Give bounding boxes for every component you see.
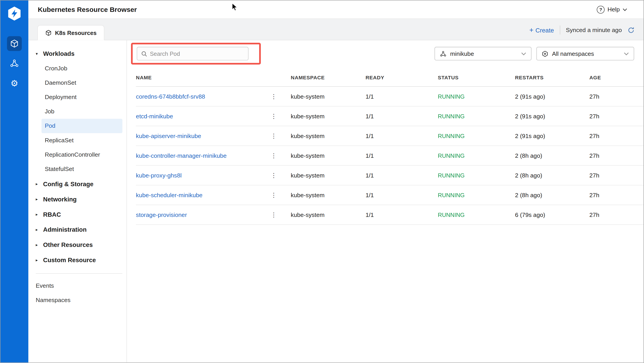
pod-name-link[interactable]: kube-controller-manager-minikube xyxy=(136,152,226,159)
annotation-highlight xyxy=(131,43,261,65)
nav-item-daemonset[interactable]: DaemonSet xyxy=(42,76,122,90)
triangle-right-icon: ▸ xyxy=(36,182,40,186)
nav-item-job[interactable]: Job xyxy=(42,104,122,119)
pod-name-link[interactable]: storage-provisioner xyxy=(136,212,187,218)
name-cell: kube-scheduler-minikube ⋮ xyxy=(136,191,291,199)
kebab-menu-icon[interactable]: ⋮ xyxy=(268,211,280,219)
plus-icon: + xyxy=(529,27,534,33)
pod-name-link[interactable]: etcd-minikube xyxy=(136,113,173,119)
restarts-cell: 2 (91s ago) xyxy=(515,113,589,119)
age-cell: 27h xyxy=(589,192,644,198)
status-cell: RUNNING xyxy=(438,152,515,159)
restarts-cell: 2 (8h ago) xyxy=(515,172,589,179)
help-icon: ? xyxy=(597,6,604,14)
nav-item-events[interactable]: Events xyxy=(28,279,126,293)
toolbar: minikube All namespaces xyxy=(136,43,644,65)
age-cell: 27h xyxy=(589,212,644,218)
triangle-right-icon: ▸ xyxy=(36,197,40,201)
name-cell: coredns-674b8bbfcf-srv88 ⋮ xyxy=(136,93,291,100)
nav-section-workloads[interactable]: ▾Workloads xyxy=(28,46,126,61)
namespace-cell: kube-system xyxy=(291,192,366,198)
name-cell: kube-controller-manager-minikube ⋮ xyxy=(136,152,291,160)
column-header-age: AGE xyxy=(589,75,644,81)
gear-icon: ⚙ xyxy=(10,79,18,87)
kebab-menu-icon[interactable]: ⋮ xyxy=(268,112,280,120)
column-header-status: STATUS xyxy=(438,75,515,81)
nav-item-replicaset[interactable]: ReplicaSet xyxy=(42,133,122,147)
cube-icon xyxy=(45,29,52,36)
pod-name-link[interactable]: kube-scheduler-minikube xyxy=(136,192,202,198)
search-icon xyxy=(141,51,147,57)
refresh-icon[interactable] xyxy=(628,27,634,33)
tab-k8s-resources[interactable]: K8s Resources xyxy=(38,25,104,40)
namespace-cell: kube-system xyxy=(291,113,366,119)
table-row: storage-provisioner ⋮ kube-system 1/1 RU… xyxy=(136,205,644,225)
ready-cell: 1/1 xyxy=(366,93,438,100)
status-cell: RUNNING xyxy=(438,93,515,100)
divider xyxy=(560,26,560,35)
cube-icon xyxy=(10,39,19,48)
namespace-cell: kube-system xyxy=(291,133,366,139)
nav-item-pod[interactable]: Pod xyxy=(42,119,122,133)
tab-label: K8s Resources xyxy=(55,29,97,36)
ready-cell: 1/1 xyxy=(366,113,438,119)
namespace-cell: kube-system xyxy=(291,172,366,179)
nav-item-statefulset[interactable]: StatefulSet xyxy=(42,162,122,176)
nav-section-rbac[interactable]: ▸RBAC xyxy=(28,207,126,222)
kebab-menu-icon[interactable]: ⋮ xyxy=(268,152,280,160)
nav-section-label: Workloads xyxy=(43,50,74,57)
rail-item-settings[interactable]: ⚙ xyxy=(7,76,22,90)
namespace-select[interactable]: All namespaces xyxy=(536,47,634,61)
rail-item-k8s-resources[interactable] xyxy=(7,36,22,51)
status-cell: RUNNING xyxy=(438,133,515,139)
status-cell: RUNNING xyxy=(438,192,515,198)
nav-section-custom-resource[interactable]: ▸Custom Resource xyxy=(28,252,126,267)
nav-section-networking[interactable]: ▸Networking xyxy=(28,192,126,207)
nav-item-replicationcontroller[interactable]: ReplicationController xyxy=(42,147,122,162)
ready-cell: 1/1 xyxy=(366,133,438,139)
age-cell: 27h xyxy=(589,172,644,179)
status-cell: RUNNING xyxy=(438,172,515,179)
kebab-menu-icon[interactable]: ⋮ xyxy=(268,93,280,100)
resource-nav: ▾WorkloadsCronJobDaemonSetDeploymentJobP… xyxy=(28,40,127,363)
nav-item-deployment[interactable]: Deployment xyxy=(42,90,122,104)
main-pane: minikube All namespaces xyxy=(127,40,644,363)
table-row: kube-controller-manager-minikube ⋮ kube-… xyxy=(136,146,644,166)
pod-name-link[interactable]: kube-proxy-ghs8l xyxy=(136,172,182,179)
cluster-select[interactable]: minikube xyxy=(435,47,532,61)
table-body: coredns-674b8bbfcf-srv88 ⋮ kube-system 1… xyxy=(136,87,644,225)
kebab-menu-icon[interactable]: ⋮ xyxy=(268,132,280,140)
nav-section-config-storage[interactable]: ▸Config & Storage xyxy=(28,176,126,192)
search-input[interactable] xyxy=(150,51,244,57)
nav-section-label: Administration xyxy=(43,226,87,233)
pod-name-link[interactable]: kube-apiserver-minikube xyxy=(136,133,201,139)
nav-divider xyxy=(36,273,122,274)
nav-item-cronjob[interactable]: CronJob xyxy=(42,61,122,76)
name-cell: storage-provisioner ⋮ xyxy=(136,211,291,219)
cluster-icon xyxy=(10,59,19,68)
nav-section-administration[interactable]: ▸Administration xyxy=(28,222,126,237)
cluster-select-value: minikube xyxy=(450,51,474,57)
name-cell: etcd-minikube ⋮ xyxy=(136,112,291,120)
search-field xyxy=(137,47,248,61)
table-row: kube-scheduler-minikube ⋮ kube-system 1/… xyxy=(136,185,644,205)
cluster-icon xyxy=(440,51,446,57)
pod-name-link[interactable]: coredns-674b8bbfcf-srv88 xyxy=(136,93,205,100)
kebab-menu-icon[interactable]: ⋮ xyxy=(268,171,280,179)
nav-item-namespaces[interactable]: Namespaces xyxy=(28,293,126,307)
rail-item-clusters[interactable] xyxy=(7,56,22,71)
namespace-cell: kube-system xyxy=(291,212,366,218)
namespace-icon xyxy=(542,51,548,57)
ready-cell: 1/1 xyxy=(366,212,438,218)
age-cell: 27h xyxy=(589,113,644,119)
table-row: kube-proxy-ghs8l ⋮ kube-system 1/1 RUNNI… xyxy=(136,166,644,185)
create-button[interactable]: + Create xyxy=(529,27,554,33)
content-area: ▾WorkloadsCronJobDaemonSetDeploymentJobP… xyxy=(28,40,644,363)
help-menu[interactable]: ? Help xyxy=(597,6,627,14)
restarts-cell: 2 (91s ago) xyxy=(515,93,589,100)
ready-cell: 1/1 xyxy=(366,152,438,159)
nav-section-label: RBAC xyxy=(43,211,61,218)
kebab-menu-icon[interactable]: ⋮ xyxy=(268,191,280,199)
column-header-name: NAME xyxy=(136,75,291,81)
nav-section-other-resources[interactable]: ▸Other Resources xyxy=(28,237,126,252)
